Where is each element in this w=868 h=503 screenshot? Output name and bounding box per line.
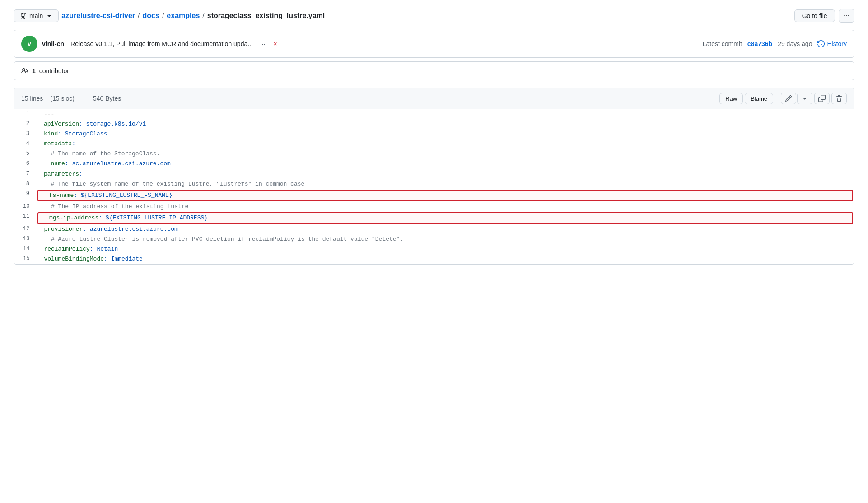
line-content: metadata: [37,139,854,149]
sep-2: / [162,12,164,20]
line-number: 5 [14,149,37,158]
breadcrumb-left: main azurelustre-csi-driver / docs / exa… [14,9,325,22]
line-content: parameters: [37,169,854,179]
contributor-box: 1 contributor [14,61,854,80]
code-content: 1---2apiVersion: storage.k8s.io/v13kind:… [14,109,854,264]
table-row: 14reclaimPolicy: Retain [14,244,854,254]
dropdown-button[interactable] [797,93,812,104]
line-content: volumeBindingMode: Immediate [37,254,854,264]
pencil-icon [785,95,792,102]
table-row: 11 mgs-ip-address: ${EXISTING_LUSTRE_IP_… [14,212,854,224]
line-number: 10 [14,202,37,211]
line-number: 13 [14,234,37,243]
commit-right: Latest commit c8a736b 29 days ago Histor… [703,40,847,47]
contributor-count: 1 [32,67,36,75]
line-number: 2 [14,119,37,128]
line-number: 12 [14,224,37,233]
line-number: 8 [14,179,37,188]
copy-icon [818,95,826,102]
table-row: 9 fs-name: ${EXISTING_LUSTRE_FS_NAME} [14,189,854,202]
action-divider [777,95,777,102]
sep-3: / [202,12,204,20]
repo-link[interactable]: azurelustre-csi-driver [61,12,135,20]
history-link[interactable]: History [817,40,847,47]
more-options-button[interactable]: ··· [839,9,854,23]
line-content: # The name of the StorageClass. [37,149,854,159]
line-content: --- [37,109,854,119]
table-row: 5 # The name of the StorageClass. [14,149,854,159]
chevron-down-small-icon [801,95,808,102]
table-row: 8 # The file system name of the existing… [14,179,854,189]
table-row: 6 name: sc.azurelustre.csi.azure.com [14,159,854,169]
line-content: provisioner: azurelustre.csi.azure.com [37,224,854,234]
table-row: 4metadata: [14,139,854,149]
commit-author[interactable]: vinli-cn [42,40,64,47]
docs-link[interactable]: docs [143,12,159,20]
commit-close[interactable]: × [274,40,277,47]
code-header: 15 lines (15 sloc) 540 Bytes Raw Blame [14,88,854,109]
code-box: 15 lines (15 sloc) 540 Bytes Raw Blame [14,88,854,265]
latest-commit-label: Latest commit [703,40,742,47]
branch-name: main [29,12,43,19]
commit-dots[interactable]: ··· [260,40,266,47]
table-row: 13 # Azure Lustre Cluster is removed aft… [14,234,854,244]
sloc: (15 sloc) [50,95,75,102]
line-number: 9 [14,189,37,198]
table-row: 2apiVersion: storage.k8s.io/v1 [14,119,854,129]
line-number: 4 [14,139,37,148]
trash-icon [835,95,843,102]
line-content: # The IP address of the existing Lustre [37,202,854,212]
table-row: 3kind: StorageClass [14,129,854,139]
line-count: 15 lines [21,95,43,102]
contributor-label: contributor [39,67,69,75]
raw-button[interactable]: Raw [719,93,743,104]
meta-divider [84,95,84,102]
history-label: History [827,40,847,47]
commit-box: v vinli-cn Release v0.1.1, Pull image fr… [14,30,854,58]
table-row: 12provisioner: azurelustre.csi.azure.com [14,224,854,234]
table-row: 10 # The IP address of the existing Lust… [14,202,854,212]
icon-btn-group [781,93,812,104]
line-number: 7 [14,169,37,178]
blame-button[interactable]: Blame [745,93,773,104]
commit-left: v vinli-cn Release v0.1.1, Pull image fr… [21,36,277,52]
breadcrumb-bar: main azurelustre-csi-driver / docs / exa… [14,9,854,23]
line-number: 6 [14,159,37,168]
line-content: apiVersion: storage.k8s.io/v1 [37,119,854,129]
line-number: 11 [14,212,37,221]
line-content: # The file system name of the existing L… [37,179,854,189]
line-content: name: sc.azurelustre.csi.azure.com [37,159,854,169]
goto-file-button[interactable]: Go to file [794,9,835,22]
line-number: 1 [14,109,37,118]
table-row: 15volumeBindingMode: Immediate [14,254,854,264]
copy-button[interactable] [814,93,830,104]
examples-link[interactable]: examples [167,12,200,20]
line-content: fs-name: ${EXISTING_LUSTRE_FS_NAME} [37,190,853,201]
breadcrumb-right: Go to file ··· [794,9,854,23]
line-number: 14 [14,244,37,253]
filename: storageclass_existing_lustre.yaml [207,12,325,20]
avatar: v [21,36,37,52]
table-row: 7parameters: [14,169,854,179]
line-content: kind: StorageClass [37,129,854,139]
line-number: 3 [14,129,37,138]
delete-button[interactable] [831,93,847,104]
line-content: # Azure Lustre Cluster is removed after … [37,234,854,244]
sep-1: / [138,12,140,20]
code-meta: 15 lines (15 sloc) 540 Bytes [21,95,121,102]
chevron-down-icon [46,12,53,19]
line-content: mgs-ip-address: ${EXISTING_LUSTRE_IP_ADD… [37,212,853,224]
table-row: 1--- [14,109,854,119]
file-size: 540 Bytes [93,95,121,102]
history-icon [817,40,825,47]
branch-icon [19,12,27,19]
edit-button[interactable] [781,93,796,104]
line-content: reclaimPolicy: Retain [37,244,854,254]
contributors-icon [21,67,28,75]
commit-hash[interactable]: c8a736b [747,40,772,47]
commit-age: 29 days ago [778,40,812,47]
commit-message: Release v0.1.1, Pull image from MCR and … [70,40,253,47]
code-actions: Raw Blame [719,93,847,104]
line-number: 15 [14,254,37,263]
branch-selector[interactable]: main [14,9,59,22]
